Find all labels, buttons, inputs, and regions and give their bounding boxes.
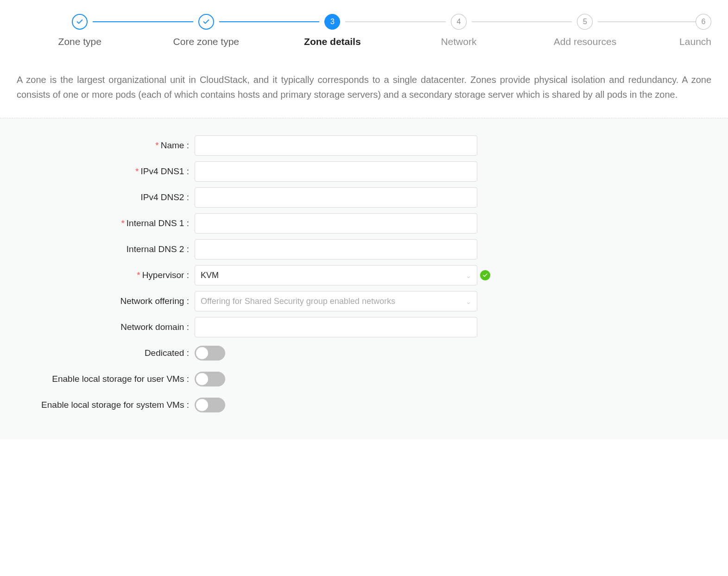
label-name: *Name : bbox=[9, 140, 195, 151]
step-label: Launch bbox=[679, 36, 711, 47]
local-storage-system-toggle[interactable] bbox=[195, 398, 225, 412]
step-number: 6 bbox=[696, 14, 711, 30]
check-icon bbox=[72, 14, 88, 30]
label-hypervisor: *Hypervisor : bbox=[9, 270, 195, 280]
wizard-stepper: Zone type Core zone type 3 Zone details … bbox=[0, 0, 728, 58]
chevron-down-icon bbox=[466, 298, 471, 304]
label-network-offering: Network offering : bbox=[9, 296, 195, 306]
step-label: Zone type bbox=[58, 36, 101, 47]
network-offering-value: Offering for Shared Security group enabl… bbox=[201, 297, 395, 306]
local-storage-user-toggle[interactable] bbox=[195, 372, 225, 386]
name-input[interactable] bbox=[195, 135, 477, 156]
ipv4-dns2-input[interactable] bbox=[195, 187, 477, 208]
form-row-dedicated: Dedicated : bbox=[9, 343, 719, 363]
form-row-ipv4dns2: IPv4 DNS2 : bbox=[9, 187, 719, 208]
step-label: Network bbox=[441, 36, 476, 47]
zone-description: A zone is the largest organizational uni… bbox=[0, 58, 728, 118]
step-number: 3 bbox=[324, 14, 340, 30]
internal-dns1-input[interactable] bbox=[195, 213, 477, 234]
step-label: Add resources bbox=[554, 36, 616, 47]
network-domain-input[interactable] bbox=[195, 317, 477, 337]
step-label: Core zone type bbox=[173, 36, 239, 47]
label-local-storage-user: Enable local storage for user VMs : bbox=[9, 374, 195, 384]
step-number: 4 bbox=[451, 14, 467, 30]
hypervisor-select[interactable]: KVM bbox=[195, 265, 477, 285]
step-zone-type[interactable]: Zone type bbox=[17, 14, 143, 47]
label-local-storage-system: Enable local storage for system VMs : bbox=[9, 400, 195, 410]
form-row-hypervisor: *Hypervisor : KVM bbox=[9, 265, 719, 285]
form-row-ipv4dns1: *IPv4 DNS1 : bbox=[9, 161, 719, 182]
label-ipv4dns1: *IPv4 DNS1 : bbox=[9, 166, 195, 177]
form-row-name: *Name : bbox=[9, 135, 719, 156]
step-launch[interactable]: 6 Launch bbox=[648, 14, 711, 47]
chevron-down-icon bbox=[466, 272, 471, 278]
dedicated-toggle[interactable] bbox=[195, 346, 225, 361]
label-dedicated: Dedicated : bbox=[9, 348, 195, 358]
step-zone-details[interactable]: 3 Zone details bbox=[269, 14, 396, 47]
form-row-network-offering: Network offering : Offering for Shared S… bbox=[9, 291, 719, 311]
form-row-internaldns2: Internal DNS 2 : bbox=[9, 239, 719, 260]
label-ipv4dns2: IPv4 DNS2 : bbox=[9, 192, 195, 203]
step-core-zone-type[interactable]: Core zone type bbox=[143, 14, 270, 47]
form-row-network-domain: Network domain : bbox=[9, 317, 719, 337]
step-add-resources[interactable]: 5 Add resources bbox=[522, 14, 648, 47]
check-circle-icon bbox=[480, 270, 490, 280]
form-row-local-storage-system: Enable local storage for system VMs : bbox=[9, 395, 719, 415]
form-row-internaldns1: *Internal DNS 1 : bbox=[9, 213, 719, 234]
label-internaldns1: *Internal DNS 1 : bbox=[9, 218, 195, 228]
hypervisor-value: KVM bbox=[201, 271, 219, 280]
label-internaldns2: Internal DNS 2 : bbox=[9, 244, 195, 254]
step-label: Zone details bbox=[304, 36, 361, 47]
check-icon bbox=[198, 14, 214, 30]
step-network[interactable]: 4 Network bbox=[396, 14, 522, 47]
zone-details-form: *Name : *IPv4 DNS1 : IPv4 DNS2 : *Intern… bbox=[0, 118, 728, 439]
ipv4-dns1-input[interactable] bbox=[195, 161, 477, 182]
network-offering-select[interactable]: Offering for Shared Security group enabl… bbox=[195, 291, 477, 311]
form-row-local-storage-user: Enable local storage for user VMs : bbox=[9, 369, 719, 389]
step-number: 5 bbox=[577, 14, 593, 30]
internal-dns2-input[interactable] bbox=[195, 239, 477, 260]
label-network-domain: Network domain : bbox=[9, 322, 195, 332]
